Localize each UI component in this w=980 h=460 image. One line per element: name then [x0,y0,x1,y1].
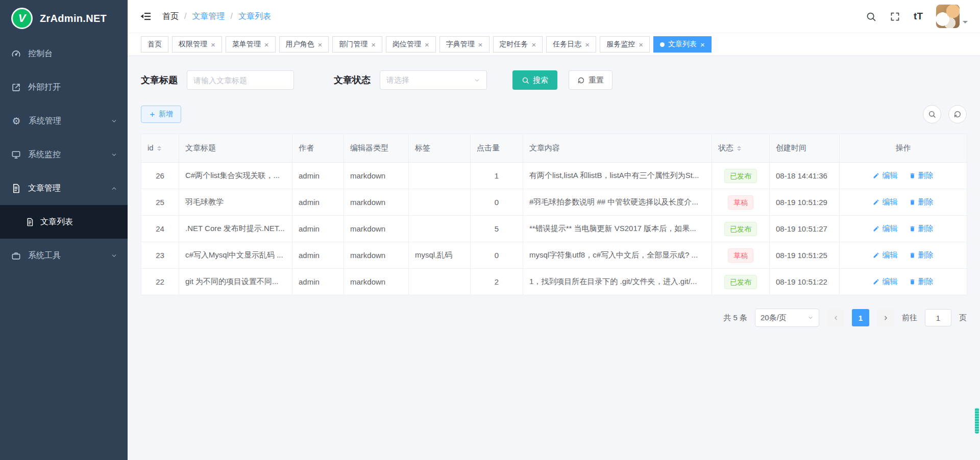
sidebar-item-system-management[interactable]: ⚙ 系统管理 [0,104,128,138]
column-header-status[interactable]: 状态 [712,134,770,163]
tab-menu-management[interactable]: 菜单管理× [226,36,276,53]
cell-editor: markdown [344,269,409,295]
chevron-down-icon [963,21,968,26]
sort-caret-icon[interactable] [157,144,161,153]
chevron-down-icon [111,252,117,259]
goto-page-input[interactable] [925,309,951,326]
close-icon[interactable]: × [585,41,590,48]
tab-article-list[interactable]: 文章列表× [653,36,712,53]
tab-dictionary[interactable]: 字典管理× [439,36,489,53]
main-area: 首页 / 文章管理 / 文章列表 tT [128,0,980,460]
sidebar-menu: 控制台 外部打开 ⚙ 系统管理 系统监控 [0,37,128,272]
cell-editor: markdown [344,216,409,242]
article-title-label: 文章标题 [141,74,178,86]
trash-icon [909,252,916,259]
article-title-input[interactable] [187,70,294,90]
sidebar-item-label: 控制台 [28,48,53,59]
font-size-icon[interactable]: tT [914,11,923,22]
next-page-button[interactable] [877,309,894,326]
cell-title: c#写入Mysql中文显示乱码 ... [179,242,292,269]
cell-tags [409,189,471,216]
breadcrumb-section[interactable]: 文章管理 [192,11,225,22]
refresh-table-button[interactable] [948,105,967,123]
breadcrumb-home[interactable]: 首页 [162,11,179,22]
sidebar-item-label: 文章列表 [40,217,73,227]
menu-fold-icon[interactable] [140,10,152,22]
search-icon[interactable] [866,11,876,22]
add-button[interactable]: 新增 [141,106,181,123]
delete-button[interactable]: 删除 [909,224,934,234]
sidebar-item-external-open[interactable]: 外部打开 [0,70,128,104]
sidebar-item-article-list[interactable]: 文章列表 [0,205,128,239]
cell-clicks: 0 [471,242,523,269]
sidebar-item-system-monitor[interactable]: 系统监控 [0,138,128,171]
close-icon[interactable]: × [639,41,643,48]
close-icon[interactable]: × [371,41,376,48]
edit-button[interactable]: 编辑 [873,250,897,260]
cell-title: 羽毛球教学 [179,189,292,216]
fullscreen-icon[interactable] [890,11,900,22]
tab-department[interactable]: 部门管理× [332,36,382,53]
sort-caret-icon[interactable] [737,144,741,153]
article-status-select[interactable]: 请选择 [380,70,487,90]
search-button[interactable]: 搜索 [512,70,557,90]
tab-scheduled-task[interactable]: 定时任务× [493,36,543,53]
delete-button[interactable]: 删除 [909,197,934,207]
tab-service-monitor[interactable]: 服务监控× [600,36,650,53]
column-header-id[interactable]: id [141,134,179,163]
topbar-actions: tT [866,5,968,28]
delete-button[interactable]: 删除 [909,171,934,181]
close-icon[interactable]: × [425,41,429,48]
trash-icon [909,199,916,206]
toolbox-icon [11,251,21,261]
reset-button[interactable]: 重置 [569,70,612,90]
tabbar: 首页 权限管理× 菜单管理× 用户角色× 部门管理× 岗位管理× 字典管理× 定… [128,33,980,56]
toggle-search-button[interactable] [923,105,941,123]
trash-icon [909,172,916,179]
close-icon[interactable]: × [532,41,536,48]
table-toolbar: 新增 [141,105,967,123]
cell-content: 有两个list,listA 和listB，listA中有三个属性列为St... [523,163,712,189]
close-icon[interactable]: × [318,41,323,48]
cell-tags: mysql,乱码 [409,242,471,269]
tab-permission[interactable]: 权限管理× [172,36,222,53]
cell-editor: markdown [344,242,409,269]
sidebar-item-system-tools[interactable]: 系统工具 [0,239,128,272]
tab-task-log[interactable]: 任务日志× [546,36,596,53]
cell-title: .NET Core 发布时提示.NET... [179,216,292,242]
cell-editor: markdown [344,163,409,189]
cell-clicks: 2 [471,269,523,295]
page-size-select[interactable]: 20条/页 [755,309,819,327]
breadcrumb-separator: / [184,12,186,21]
edit-button[interactable]: 编辑 [873,197,897,207]
sidebar-item-dashboard[interactable]: 控制台 [0,37,128,70]
page-number-1[interactable]: 1 [852,309,869,326]
app-logo[interactable]: V ZrAdmin.NET [0,0,128,37]
edit-button[interactable]: 编辑 [873,171,897,181]
user-menu[interactable] [936,5,968,28]
chevron-down-icon [111,151,117,158]
delete-button[interactable]: 删除 [909,277,934,287]
scrollbar-thumb[interactable] [975,408,979,433]
edit-button[interactable]: 编辑 [873,277,897,287]
table-row: 22 git 为不同的项目设置不同... admin markdown 2 1，… [141,269,967,295]
tab-post[interactable]: 岗位管理× [386,36,436,53]
dashboard-icon [11,49,21,59]
sidebar-item-label: 系统工具 [28,250,61,261]
delete-button[interactable]: 删除 [909,250,934,260]
close-icon[interactable]: × [478,41,483,48]
close-icon[interactable]: × [211,41,215,48]
tab-user-role[interactable]: 用户角色× [279,36,329,53]
tab-home[interactable]: 首页 [141,36,168,53]
column-header-author: 作者 [292,134,344,163]
breadcrumb-current: 文章列表 [238,11,271,22]
edit-icon [873,252,879,259]
sidebar-item-article-management[interactable]: 文章管理 [0,171,128,205]
cell-created: 08-19 10:51:29 [770,189,840,216]
edit-button[interactable]: 编辑 [873,224,897,234]
avatar[interactable] [936,5,960,28]
close-icon[interactable]: × [700,41,705,48]
prev-page-button[interactable] [827,309,844,326]
close-icon[interactable]: × [264,41,269,48]
table-row: 24 .NET Core 发布时提示.NET... admin markdown… [141,216,967,242]
